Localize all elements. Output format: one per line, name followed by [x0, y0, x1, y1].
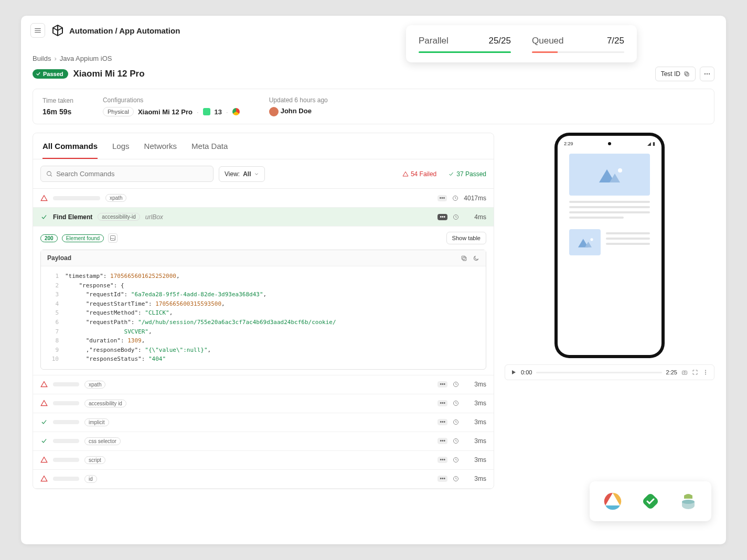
command-row[interactable]: css selector ••• 3ms [33, 432, 494, 451]
warning-icon [40, 195, 48, 202]
header-breadcrumb: Automation / App Automation [69, 26, 180, 35]
warning-icon [40, 400, 48, 407]
expand-icon [692, 369, 698, 375]
row-more-button[interactable]: ••• [437, 214, 447, 220]
payload-code: 1"timestamp": 1705665601625252000,2 "res… [41, 266, 486, 369]
tab-logs[interactable]: Logs [112, 133, 130, 159]
updated-block: Updated 6 hours ago John Doe [269, 96, 328, 116]
status-icons: ◢ ▮ [647, 141, 655, 146]
cucumber-icon [640, 491, 661, 512]
more-icon [703, 70, 711, 78]
play-icon [510, 369, 517, 375]
device-clock: 2:29 [564, 141, 573, 146]
row-more-button[interactable]: ••• [437, 195, 447, 201]
command-row[interactable]: id ••• 3ms [33, 470, 494, 489]
theme-toggle-button[interactable] [473, 255, 479, 262]
svg-point-27 [705, 374, 706, 375]
user-name: John Doe [281, 107, 312, 115]
command-row[interactable]: accessibility id ••• 3ms [33, 394, 494, 413]
search-icon [46, 170, 53, 178]
warning-icon [40, 456, 48, 464]
warning-icon [40, 475, 48, 482]
check-icon [40, 437, 48, 445]
clock-icon [453, 476, 459, 482]
failed-count: 54 Failed [402, 170, 436, 178]
row-more-button[interactable]: ••• [437, 381, 447, 387]
device-preview: 2:29 ◢ ▮ [554, 133, 665, 358]
row-more-button[interactable]: ••• [437, 438, 447, 444]
clock-icon [453, 381, 459, 387]
crumb-root[interactable]: Builds [33, 55, 51, 62]
command-row[interactable]: xpath ••• 4017ms [33, 189, 494, 208]
screenshot-button[interactable] [108, 233, 118, 243]
svg-point-28 [610, 498, 616, 504]
physical-pill: Physical [103, 107, 134, 116]
copy-icon [684, 71, 690, 77]
row-more-button[interactable]: ••• [437, 400, 447, 406]
placeholder-image [569, 154, 650, 196]
command-row[interactable]: script ••• 3ms [33, 451, 494, 470]
snapshot-button[interactable] [681, 369, 688, 375]
check-icon [40, 418, 48, 426]
video-track[interactable] [536, 372, 661, 373]
placeholder-image [569, 229, 601, 255]
clock-icon [453, 438, 459, 444]
command-row[interactable]: implicit ••• 3ms [33, 413, 494, 432]
session-stats-card: Parallel 25/25 Queued 7/25 [406, 25, 637, 62]
status-badge: Passed [33, 69, 68, 79]
appium-icon [602, 491, 623, 512]
android-icon [203, 108, 210, 115]
browser-icon [232, 108, 240, 115]
command-row[interactable]: xpath ••• 3ms [33, 375, 494, 394]
tab-networks[interactable]: Networks [144, 133, 177, 159]
check-icon [448, 171, 454, 177]
search-input[interactable] [56, 170, 208, 178]
svg-rect-23 [682, 371, 687, 375]
locator-tag: accessibility-id [98, 213, 140, 221]
check-icon [36, 71, 41, 77]
clock-icon [453, 457, 459, 463]
title-row: Passed Xiaomi Mi 12 Pro Test ID [21, 62, 726, 89]
chevron-right-icon: › [54, 55, 56, 62]
show-table-button[interactable]: Show table [446, 232, 486, 244]
svg-rect-9 [463, 257, 466, 261]
row-more-button[interactable]: ••• [437, 457, 447, 463]
status-code-pill: 200 [40, 234, 58, 242]
svg-point-3 [707, 73, 708, 74]
clock-icon [453, 214, 459, 220]
crumb-leaf[interactable]: Java Appium iOS [60, 55, 112, 62]
copy-payload-button[interactable] [461, 255, 467, 262]
menu-button[interactable] [30, 23, 45, 38]
svg-rect-8 [111, 236, 115, 241]
svg-point-25 [705, 370, 706, 371]
svg-rect-0 [686, 73, 689, 76]
test-id-button[interactable]: Test ID [655, 67, 696, 81]
payload-title: Payload [47, 254, 71, 262]
play-button[interactable] [510, 369, 517, 375]
camera-notch [608, 142, 611, 145]
more-vertical-icon [702, 369, 709, 375]
svg-point-32 [682, 500, 695, 504]
video-more-button[interactable] [702, 369, 709, 375]
warning-icon [40, 381, 48, 388]
parallel-value: 25/25 [488, 36, 511, 46]
clock-icon [452, 195, 458, 201]
warning-icon [402, 171, 409, 177]
tab-all-commands[interactable]: All Commands [42, 133, 98, 159]
search-box[interactable] [40, 166, 214, 182]
svg-point-26 [705, 372, 706, 373]
fullscreen-button[interactable] [692, 369, 698, 375]
svg-rect-1 [685, 72, 688, 75]
row-more-button[interactable]: ••• [437, 419, 447, 425]
time-taken-block: Time taken 16m 59s [42, 97, 73, 116]
tab-metadata[interactable]: Meta Data [191, 133, 228, 159]
row-more-button[interactable]: ••• [437, 476, 447, 482]
view-dropdown[interactable]: View: All [219, 166, 265, 182]
more-button[interactable] [700, 67, 714, 81]
svg-point-22 [590, 238, 593, 241]
device-name: Xiaomi Mi 12 Pro [138, 108, 193, 116]
locator-tag: xpath [84, 381, 105, 389]
check-icon [40, 213, 48, 221]
video-controls: 0:00 2:25 [505, 364, 714, 380]
command-row-selected[interactable]: Find Element accessibility-id urlBox •••… [33, 208, 494, 227]
